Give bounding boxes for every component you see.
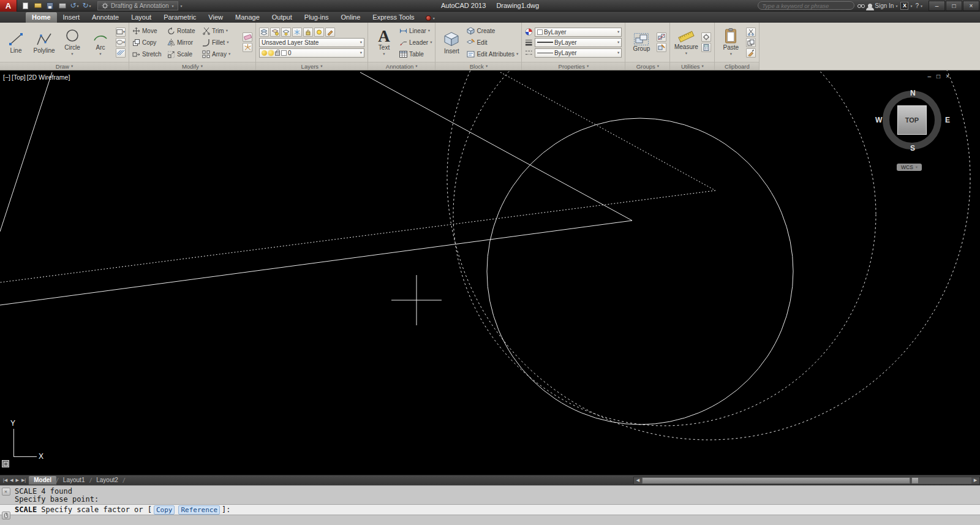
panel-label-layers[interactable]: Layers▾ — [256, 62, 368, 70]
workspace-switcher[interactable]: Drafting & Annotation ▾ — [97, 1, 178, 10]
tab-insert[interactable]: Insert — [57, 12, 86, 23]
last-layout-button[interactable]: ▶| — [21, 478, 26, 483]
viewcube[interactable]: N S W E TOP WCS ▾ — [881, 89, 944, 153]
tab-parametric[interactable]: Parametric — [157, 12, 202, 23]
exchange-apps-button[interactable]: X ▾ — [900, 2, 912, 10]
panel-label-annotation[interactable]: Annotation▾ — [368, 62, 435, 70]
tool-create-block[interactable]: Create — [467, 26, 518, 36]
tool-explode[interactable] — [243, 43, 252, 52]
tool-scale[interactable]: Scale — [167, 49, 202, 59]
doc-close-button[interactable]: × — [946, 73, 949, 80]
option-reference[interactable]: Reference — [178, 505, 220, 515]
scroll-right-arrow[interactable]: ▶ — [971, 478, 979, 483]
tool-copy[interactable]: Copy — [132, 37, 167, 48]
close-button[interactable]: × — [963, 1, 979, 11]
doc-minimize-button[interactable]: – — [928, 73, 932, 80]
tool-match-properties[interactable] — [746, 48, 756, 58]
panel-label-properties[interactable]: Properties▾ — [522, 62, 625, 70]
tab-manage[interactable]: Manage — [229, 12, 266, 23]
viewcube-top-face[interactable]: TOP — [897, 105, 927, 135]
tab-layout[interactable]: Layout — [125, 12, 157, 23]
tab-output[interactable]: Output — [266, 12, 298, 23]
maximize-button[interactable]: □ — [946, 1, 962, 11]
tab-home[interactable]: Home — [26, 12, 57, 23]
layer-state-dropdown[interactable]: Unsaved Layer State ▾ — [259, 38, 364, 47]
tool-copy-clip[interactable] — [746, 38, 756, 47]
command-customize-icon[interactable]: ✕ — [2, 488, 10, 496]
tool-table[interactable]: Table — [399, 49, 432, 59]
tool-ungroup[interactable] — [657, 32, 666, 42]
panel-label-groups[interactable]: Groups▾ — [625, 62, 669, 70]
tool-leader[interactable]: Leader ▾ — [399, 37, 432, 48]
undo-button[interactable]: ↺▾ — [69, 1, 80, 10]
linetype-dropdown[interactable]: ByLayer ▾ — [535, 48, 622, 58]
panel-label-modify[interactable]: Modify▾ — [129, 62, 255, 70]
tool-edit-block[interactable]: Edit — [467, 37, 518, 48]
layer-state-button[interactable] — [270, 28, 280, 37]
tool-paste[interactable]: Paste ▾ — [718, 24, 744, 61]
tool-insert-block[interactable]: Insert — [439, 24, 464, 61]
layer-isolate-button[interactable] — [281, 28, 291, 37]
prev-layout-button[interactable]: ◀ — [10, 478, 13, 483]
viewcube-east[interactable]: E — [945, 116, 950, 124]
open-button[interactable] — [32, 1, 43, 10]
tool-hatch[interactable] — [116, 48, 126, 58]
panel-label-clipboard[interactable]: Clipboard — [715, 62, 759, 70]
tab-layout1[interactable]: Layout1 — [58, 476, 90, 485]
tool-fillet[interactable]: Fillet ▾ — [202, 37, 240, 48]
tab-layout2[interactable]: Layout2 — [91, 476, 123, 485]
scrollbar-track[interactable] — [919, 477, 971, 484]
viewcube-west[interactable]: W — [875, 116, 882, 124]
tool-stretch[interactable]: Stretch — [132, 49, 167, 59]
tool-quick-calc[interactable] — [701, 43, 711, 52]
tab-model[interactable]: Model — [29, 476, 56, 485]
lineweight-dropdown[interactable]: ByLayer ▾ — [535, 38, 622, 47]
application-menu-button[interactable]: A — [0, 0, 17, 12]
tool-rectangle-flyout[interactable]: ▾ — [116, 28, 126, 37]
tool-text[interactable]: A Text ▾ — [371, 24, 397, 61]
tool-move[interactable]: Move — [132, 26, 167, 36]
tab-online[interactable]: Online — [335, 12, 367, 23]
tab-plugins[interactable]: Plug-ins — [298, 12, 335, 23]
layer-off-button[interactable] — [314, 28, 324, 37]
tool-erase[interactable] — [243, 32, 252, 42]
tool-mirror[interactable]: Mirror — [167, 37, 202, 48]
scrollbar-thumb[interactable] — [642, 477, 910, 484]
tool-line[interactable]: Line — [3, 24, 29, 61]
search-input[interactable] — [762, 2, 850, 9]
scrollbar-button[interactable] — [911, 477, 919, 484]
tool-id-point[interactable] — [701, 32, 711, 42]
tool-arc[interactable]: Arc ▾ — [88, 24, 113, 61]
redo-button[interactable]: ↻▾ — [81, 1, 92, 10]
panel-label-utilities[interactable]: Utilities▾ — [670, 62, 714, 70]
tool-circle[interactable]: Circle ▾ — [59, 24, 85, 61]
minimize-button[interactable]: – — [929, 1, 945, 11]
layer-dropdown[interactable]: 0 ▾ — [259, 48, 364, 58]
object-color-dropdown[interactable]: ByLayer ▾ — [535, 28, 622, 37]
drawing-canvas[interactable] — [0, 70, 980, 475]
panel-label-block[interactable]: Block▾ — [435, 62, 521, 70]
viewcube-south[interactable]: S — [910, 144, 915, 153]
tab-annotate[interactable]: Annotate — [86, 12, 125, 23]
tool-group-edit[interactable] — [657, 43, 666, 52]
doc-restore-button[interactable]: □ — [937, 73, 940, 80]
plot-button[interactable] — [57, 1, 67, 10]
command-line-window[interactable]: ✕ SCALE 4 found Specify base point: SCAL… — [0, 485, 980, 525]
layer-lock-button[interactable] — [303, 28, 313, 37]
tool-ellipse-flyout[interactable]: ▾ — [116, 38, 126, 47]
tool-linear-dimension[interactable]: Linear ▾ — [399, 26, 432, 36]
drawing-viewport[interactable]: [−] [Top] [2D Wireframe] – □ × N S W E T… — [0, 70, 980, 475]
next-layout-button[interactable]: ▶ — [16, 478, 19, 483]
layer-properties-button[interactable] — [259, 28, 269, 37]
scroll-left-arrow[interactable]: ◀ — [634, 478, 642, 483]
tool-cut[interactable] — [746, 28, 756, 37]
visual-style-control[interactable]: [2D Wireframe] — [27, 74, 70, 81]
viewport-menu-control[interactable]: [−] — [3, 74, 10, 81]
option-copy[interactable]: Copy — [154, 505, 175, 515]
help-button[interactable]: ? ▾ — [915, 2, 922, 9]
sign-in-button[interactable]: Sign In ▾ — [868, 2, 897, 9]
tab-express-tools[interactable]: Express Tools — [366, 12, 420, 23]
layer-match-button[interactable] — [325, 28, 335, 37]
first-layout-button[interactable]: |◀ — [3, 478, 7, 483]
tab-view[interactable]: View — [202, 12, 229, 23]
